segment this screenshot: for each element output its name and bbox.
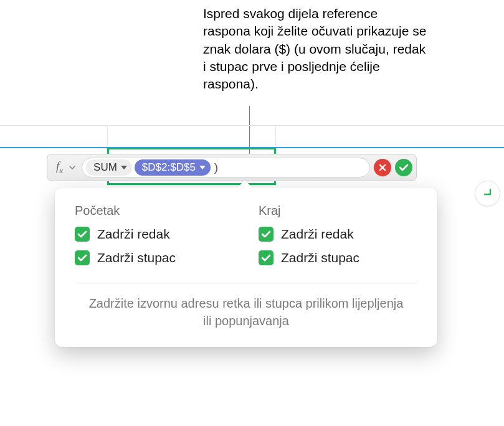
- checkbox-label: Zadrži redak: [281, 227, 354, 242]
- accept-button[interactable]: [395, 159, 412, 176]
- fx-label-x: x: [59, 166, 63, 175]
- checkbox-label: Zadrži stupac: [97, 250, 176, 265]
- close-icon: [378, 163, 387, 172]
- closing-paren: ): [213, 161, 218, 174]
- checkbox-checked[interactable]: [259, 250, 273, 265]
- checkmark-icon: [261, 230, 271, 239]
- popover-arrow: [237, 180, 253, 188]
- cancel-button[interactable]: [374, 159, 391, 176]
- function-token-label: SUM: [93, 161, 117, 174]
- checkbox-checked[interactable]: [75, 227, 90, 242]
- fx-label: fx: [51, 159, 65, 176]
- checkmark-icon: [77, 230, 87, 239]
- checkbox-checked[interactable]: [75, 250, 90, 265]
- start-keep-row[interactable]: Zadrži redak: [75, 227, 234, 242]
- popover-help-text: Zadržite izvornu adresu retka ili stupca…: [75, 295, 417, 329]
- chevron-down-icon: [199, 166, 206, 169]
- range-token-label: $D$2:$D$5: [142, 161, 196, 174]
- checkbox-label: Zadrži stupac: [281, 250, 359, 265]
- checkbox-label: Zadrži redak: [97, 227, 170, 242]
- checkmark-icon: [399, 163, 409, 172]
- function-token[interactable]: SUM: [86, 159, 132, 176]
- start-column: Početak Zadrži redak Zadrži stupac: [75, 204, 234, 274]
- checkbox-checked[interactable]: [259, 227, 273, 242]
- start-keep-column[interactable]: Zadrži stupac: [75, 250, 234, 265]
- return-icon: [482, 187, 494, 200]
- end-column: Kraj Zadrži redak Zadrži stupac: [259, 204, 417, 274]
- divider: [75, 283, 417, 283]
- chevron-down-icon[interactable]: [69, 163, 78, 172]
- checkmark-icon: [261, 253, 271, 262]
- start-heading: Početak: [75, 204, 234, 218]
- gridline: [275, 125, 276, 147]
- insert-function-button[interactable]: [475, 181, 500, 206]
- range-reference-token[interactable]: $D$2:$D$5: [135, 159, 211, 176]
- end-keep-row[interactable]: Zadrži redak: [259, 227, 417, 242]
- gridline: [0, 125, 504, 126]
- preserve-reference-popover: Početak Zadrži redak Zadrži stupac: [55, 187, 437, 347]
- end-keep-column[interactable]: Zadrži stupac: [259, 250, 417, 265]
- gridline: [107, 125, 108, 147]
- end-heading: Kraj: [259, 204, 417, 218]
- formula-input[interactable]: SUM $D$2:$D$5 ): [82, 158, 370, 178]
- chevron-down-icon: [121, 166, 127, 169]
- annotation-callout: Ispred svakog dijela reference raspona k…: [203, 5, 427, 93]
- checkmark-icon: [77, 253, 87, 262]
- formula-editor-bar: fx SUM $D$2:$D$5 ): [47, 154, 417, 181]
